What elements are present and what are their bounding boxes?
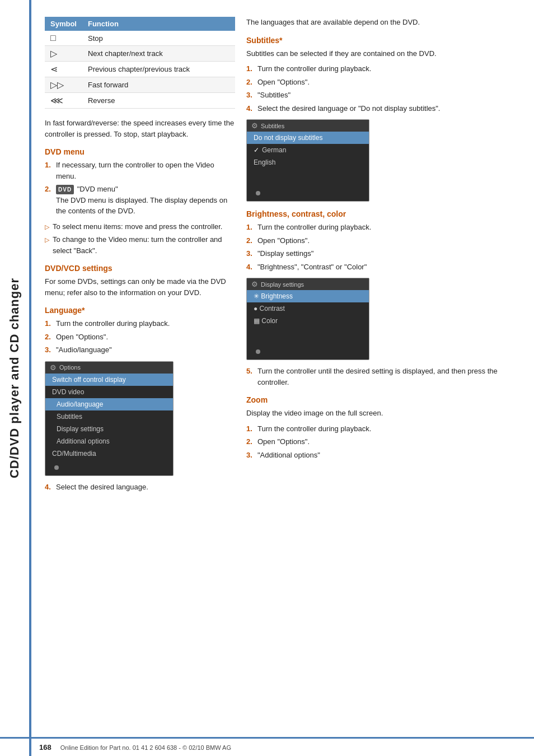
step-text: Turn the controller during playback. (257, 63, 371, 74)
step-text: "Brightness", "Contrast" or "Color" (257, 262, 367, 273)
symbol-next: ▷ (45, 46, 82, 62)
list-item: 4. Select the desired language. (45, 482, 235, 493)
options-item-audio[interactable]: Audio/language (45, 398, 173, 410)
list-item: 1. Turn the controller during playback. (246, 423, 523, 435)
options-item-dvd-video[interactable]: DVD video (45, 386, 173, 398)
sidebar-label: CD/DVD player and CD changer (7, 278, 22, 478)
options-item-display[interactable]: Display settings (45, 423, 173, 435)
function-ff: Fast forward (82, 77, 235, 93)
display-settings-titlebar: ⚙ Display settings (247, 278, 369, 290)
list-item: 1. Turn the controller during playback. (45, 318, 235, 329)
list-item: 4. "Brightness", "Contrast" or "Color" (246, 262, 523, 273)
step-text: "Additional options" (257, 450, 320, 461)
display-item-brightness[interactable]: ✳ Brightness (247, 290, 369, 302)
zoom-heading: Zoom (246, 395, 523, 404)
step-text: Turn the controller during playback. (257, 222, 371, 233)
options-item-additional[interactable]: Additional options (45, 435, 173, 447)
step-text: If necessary, turn the controller to ope… (56, 160, 235, 181)
step-text: Turn the controller until the desired se… (257, 366, 523, 388)
symbol-function-table: Symbol Function □ Stop ▷ Next chapter/ne… (45, 17, 235, 109)
table-header-function: Function (82, 17, 235, 31)
dvd-menu-heading: DVD menu (45, 147, 235, 156)
display-settings-title: Display settings (261, 281, 304, 288)
list-item: ▷ To change to the Video menu: turn the … (45, 234, 235, 256)
subtitles-steps: 1. Turn the controller during playback. … (246, 63, 523, 114)
dvd-menu-bullets: ▷ To select menu items: move and press t… (45, 221, 235, 256)
symbol-rev: ⋘ (45, 93, 82, 109)
display-item-color[interactable]: ▦ Color (247, 315, 369, 327)
list-item: 3. "Additional options" (246, 450, 523, 461)
language-note: The languages that are available depend … (246, 17, 523, 28)
screenshot-spacer (247, 327, 369, 344)
brightness-step5: 5. Turn the controller until the desired… (246, 366, 523, 388)
triangle-icon: ▷ (45, 235, 49, 256)
dvd-vcd-settings-heading: DVD/VCD settings (45, 264, 235, 273)
display-item-contrast[interactable]: ● Contrast (247, 302, 369, 315)
bullet-text: To select menu items: move and press the… (53, 221, 222, 232)
options-item-switch-off[interactable]: Switch off control display (45, 374, 173, 386)
table-header-symbol: Symbol (45, 17, 82, 31)
gear-icon: ⚙ (251, 280, 258, 288)
list-item: 2. Open "Options". (246, 436, 523, 447)
subtitles-item-german[interactable]: German (247, 144, 369, 156)
gear-icon: ⚙ (50, 363, 57, 372)
language-steps: 1. Turn the controller during playback. … (45, 318, 235, 356)
function-stop: Stop (82, 31, 235, 46)
symbol-prev: ⋖ (45, 62, 82, 77)
dvd-icon: DVD (56, 185, 74, 194)
options-titlebar: ⚙ Options (45, 362, 173, 374)
step-text: Open "Options". (56, 332, 108, 343)
step-text: Open "Options". (257, 235, 310, 246)
scroll-indicator (256, 191, 260, 195)
list-item: 1. If necessary, turn the controller to … (45, 160, 235, 181)
step-text: Select the desired language or "Do not d… (257, 103, 440, 114)
blue-accent-line (29, 0, 31, 756)
options-screenshot: ⚙ Options Switch off control display DVD… (45, 361, 174, 476)
language-step4: 4. Select the desired language. (45, 482, 235, 493)
brightness-steps: 1. Turn the controller during playback. … (246, 222, 523, 272)
step-text: Open "Options". (257, 436, 310, 447)
dvd-vcd-settings-body: For some DVDs, settings can only be made… (45, 276, 235, 298)
triangle-icon: ▷ (45, 222, 49, 232)
step-text: "Display settings" (257, 248, 313, 259)
step-text: Turn the controller during playback. (257, 423, 371, 435)
list-item: 3. "Subtitles" (246, 90, 523, 101)
step-text: DVD "DVD menu"The DVD menu is displayed.… (56, 184, 235, 217)
fast-forward-note: In fast forward/reverse: the speed incre… (45, 118, 235, 139)
step-text: "Audio/language" (56, 344, 112, 356)
subtitles-heading: Subtitles* (246, 36, 523, 45)
left-column: Symbol Function □ Stop ▷ Next chapter/ne… (45, 17, 235, 497)
list-item: 2. Open "Options". (246, 235, 523, 246)
list-item: 5. Turn the controller until the desired… (246, 366, 523, 388)
footer: 168 Online Edition for Part no. 01 41 2 … (0, 737, 534, 756)
zoom-steps: 1. Turn the controller during playback. … (246, 423, 523, 461)
subtitles-titlebar: ⚙ Subtitles (247, 120, 369, 132)
list-item: ▷ To select menu items: move and press t… (45, 221, 235, 232)
step-text: Turn the controller during playback. (56, 318, 170, 329)
screenshot-spacer (247, 169, 369, 185)
list-item: 2. Open "Options". (246, 77, 523, 88)
table-row: ▷ Next chapter/next track (45, 46, 235, 62)
subtitles-item-english[interactable]: English (247, 156, 369, 169)
scroll-indicator (54, 465, 59, 470)
options-item-cd[interactable]: CD/Multimedia (45, 447, 173, 460)
brightness-heading: Brightness, contrast, color (246, 209, 523, 218)
options-item-subtitles[interactable]: Subtitles (45, 410, 173, 423)
list-item: 1. Turn the controller during playback. (246, 63, 523, 74)
page-number: 168 (39, 743, 51, 752)
table-row: ▷▷ Fast forward (45, 77, 235, 93)
main-content: Symbol Function □ Stop ▷ Next chapter/ne… (39, 0, 534, 508)
subtitles-item-none[interactable]: Do not display subtitles (247, 132, 369, 144)
symbol-stop: □ (45, 31, 82, 46)
table-row: □ Stop (45, 31, 235, 46)
scroll-indicator (256, 349, 260, 354)
table-row: ⋖ Previous chapter/previous track (45, 62, 235, 77)
symbol-ff: ▷▷ (45, 77, 82, 93)
footer-copyright: Online Edition for Part no. 01 41 2 604 … (60, 744, 231, 751)
options-title: Options (59, 364, 81, 371)
function-prev: Previous chapter/previous track (82, 62, 235, 77)
subtitles-body: Subtitles can be selected if they are co… (246, 48, 523, 59)
list-item: 4. Select the desired language or "Do no… (246, 103, 523, 114)
right-column: The languages that are available depend … (246, 17, 523, 497)
list-item: 3. "Display settings" (246, 248, 523, 259)
